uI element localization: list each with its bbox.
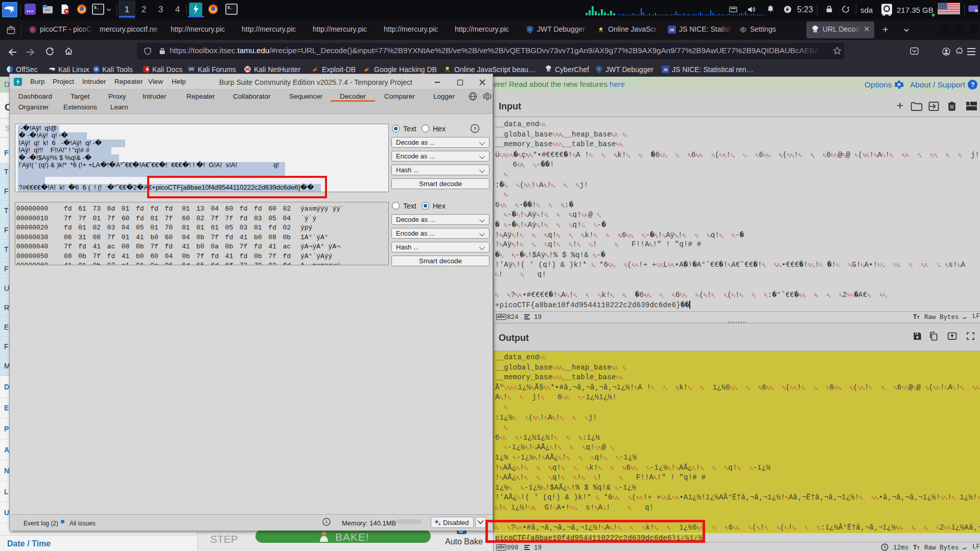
svg-text:JS: JS bbox=[669, 28, 674, 32]
svg-text:?: ? bbox=[474, 126, 477, 131]
svg-text:?: ? bbox=[971, 81, 974, 88]
svg-text:JS: JS bbox=[663, 68, 668, 72]
svg-text:P: P bbox=[31, 27, 34, 32]
